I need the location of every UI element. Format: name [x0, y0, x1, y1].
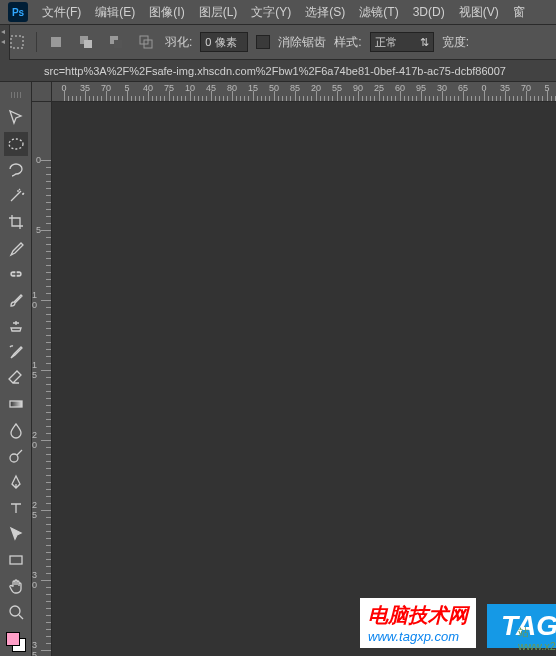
- eraser-tool-icon[interactable]: [4, 366, 28, 390]
- dodge-tool-icon[interactable]: [4, 444, 28, 468]
- svg-point-11: [10, 454, 18, 462]
- menu-image[interactable]: 图像(I): [149, 4, 184, 21]
- path-selection-tool-icon[interactable]: [4, 522, 28, 546]
- svg-rect-12: [10, 556, 22, 564]
- panel-collapse-handle[interactable]: [0, 25, 10, 60]
- antialias-checkbox[interactable]: [256, 35, 270, 49]
- svg-rect-1: [51, 37, 61, 47]
- style-label: 样式:: [334, 34, 361, 51]
- history-brush-tool-icon[interactable]: [4, 340, 28, 364]
- feather-label: 羽化:: [165, 34, 192, 51]
- lasso-tool-icon[interactable]: [4, 158, 28, 182]
- ruler-origin[interactable]: [32, 82, 52, 102]
- menu-type[interactable]: 文字(Y): [251, 4, 291, 21]
- svg-point-8: [9, 139, 23, 149]
- svg-point-13: [10, 606, 20, 616]
- selection-subtract-icon[interactable]: [105, 31, 127, 53]
- menu-layer[interactable]: 图层(L): [199, 4, 238, 21]
- menu-bar: Ps 文件(F) 编辑(E) 图像(I) 图层(L) 文字(Y) 选择(S) 滤…: [0, 0, 556, 25]
- toolbox-drag-handle[interactable]: [2, 92, 30, 100]
- svg-rect-0: [11, 36, 23, 48]
- gradient-tool-icon[interactable]: [4, 392, 28, 416]
- svg-rect-5: [114, 40, 122, 48]
- canvas[interactable]: [52, 102, 556, 656]
- healing-brush-tool-icon[interactable]: [4, 262, 28, 286]
- antialias-label: 消除锯齿: [278, 34, 326, 51]
- menu-window[interactable]: 窗: [513, 4, 525, 21]
- ruler-horizontal[interactable]: 0357054075104580155085205590256095306503…: [52, 82, 556, 102]
- main-area: 0357054075104580155085205590256095306503…: [0, 82, 556, 656]
- move-tool-icon[interactable]: [4, 106, 28, 130]
- type-tool-icon[interactable]: [4, 496, 28, 520]
- style-select[interactable]: 正常 ⇅: [370, 32, 434, 52]
- svg-rect-3: [84, 40, 92, 48]
- document-tab-bar: src=http%3A%2F%2Fsafe-img.xhscdn.com%2Fb…: [0, 60, 556, 82]
- style-value: 正常: [375, 35, 397, 50]
- eyedropper-tool-icon[interactable]: [4, 236, 28, 260]
- feather-input[interactable]: [200, 32, 248, 52]
- rectangle-tool-icon[interactable]: [4, 548, 28, 572]
- menu-3d[interactable]: 3D(D): [413, 5, 445, 19]
- menu-select[interactable]: 选择(S): [305, 4, 345, 21]
- brush-tool-icon[interactable]: [4, 288, 28, 312]
- color-swatch[interactable]: [6, 632, 26, 652]
- blur-tool-icon[interactable]: [4, 418, 28, 442]
- chevron-updown-icon: ⇅: [420, 36, 429, 49]
- clone-stamp-tool-icon[interactable]: [4, 314, 28, 338]
- document-area: 0357054075104580155085205590256095306503…: [32, 82, 556, 656]
- marquee-tool-icon[interactable]: [4, 132, 28, 156]
- menu-filter[interactable]: 滤镜(T): [359, 4, 398, 21]
- zoom-tool-icon[interactable]: [4, 600, 28, 624]
- watermark-site2: 站www.x2: [518, 625, 556, 652]
- menu-edit[interactable]: 编辑(E): [95, 4, 135, 21]
- watermark-site1: 电脑技术网 www.tagxp.com: [360, 598, 476, 648]
- hand-tool-icon[interactable]: [4, 574, 28, 598]
- menu-view[interactable]: 视图(V): [459, 4, 499, 21]
- watermark-url: www.tagxp.com: [368, 629, 468, 644]
- document-tab[interactable]: src=http%3A%2F%2Fsafe-img.xhscdn.com%2Fb…: [44, 65, 506, 77]
- toolbox: [0, 82, 32, 656]
- selection-intersect-icon[interactable]: [135, 31, 157, 53]
- watermark-title: 电脑技术网: [368, 602, 468, 629]
- svg-rect-10: [10, 401, 22, 407]
- width-label: 宽度:: [442, 34, 469, 51]
- crop-tool-icon[interactable]: [4, 210, 28, 234]
- pen-tool-icon[interactable]: [4, 470, 28, 494]
- app-logo: Ps: [8, 2, 28, 22]
- foreground-color[interactable]: [6, 632, 20, 646]
- selection-new-icon[interactable]: [45, 31, 67, 53]
- selection-add-icon[interactable]: [75, 31, 97, 53]
- menu-file[interactable]: 文件(F): [42, 4, 81, 21]
- separator: [36, 32, 37, 52]
- ruler-vertical[interactable]: 051 01 52 02 53 03 5: [32, 102, 52, 656]
- magic-wand-tool-icon[interactable]: [4, 184, 28, 208]
- options-bar: 羽化: 消除锯齿 样式: 正常 ⇅ 宽度:: [0, 25, 556, 60]
